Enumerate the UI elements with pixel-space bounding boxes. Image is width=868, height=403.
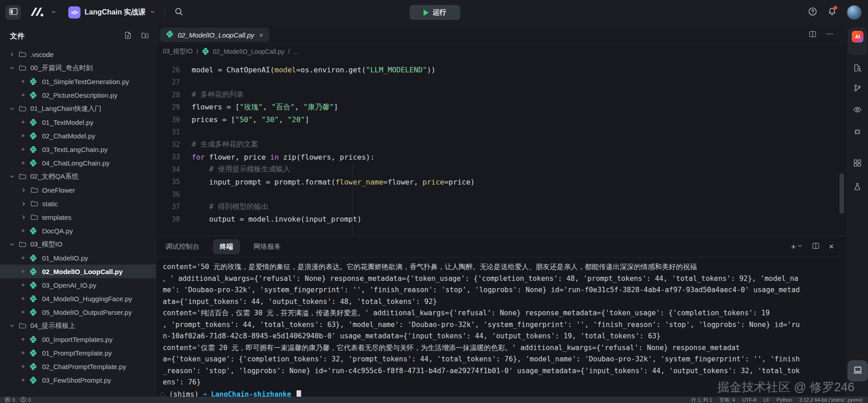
line-number: 29 (156, 103, 180, 111)
ai-assistant-button[interactable]: AI (849, 28, 867, 55)
app-logo-icon[interactable] (29, 6, 45, 19)
code-editor[interactable]: 26model = ChatOpenAI(model=os.environ.ge… (156, 58, 846, 236)
tree-file[interactable]: 02_ChatPromptTemplate.py (0, 360, 156, 373)
tree-folder[interactable]: 03_模型IO (0, 237, 156, 251)
notifications-button[interactable] (827, 7, 837, 18)
panel-tab-bar: 调试控制台 终端 网络服务 + × (156, 236, 846, 257)
tree-file[interactable]: 00_ImportTemplates.py (0, 332, 156, 346)
chevron-right-icon (21, 201, 27, 207)
python-interpreter[interactable]: 3.12.2 64-bit ('shims': pyenv) (799, 397, 863, 403)
search-icon[interactable] (174, 7, 184, 18)
tree-folder-vscode[interactable]: .vscode (0, 47, 156, 61)
tree-subfolder[interactable]: OneFlower (0, 183, 156, 197)
chevron-down-icon (9, 323, 15, 329)
preview-button[interactable] (846, 105, 868, 116)
problems-warnings[interactable]: 0 (20, 397, 31, 403)
line-number: 33 (156, 153, 180, 161)
python-file-icon (29, 363, 37, 370)
tree-subfolder[interactable]: static (0, 197, 156, 210)
chevron-right-icon (9, 52, 15, 57)
python-file-icon (29, 336, 37, 343)
line-number: 34 (156, 166, 180, 174)
more-actions-icon[interactable] (826, 30, 834, 40)
cursor-position[interactable]: 行 1, 列 1 (691, 397, 712, 403)
new-terminal-button[interactable]: + (791, 242, 803, 251)
encoding[interactable]: UTF-8 (742, 397, 756, 403)
breadcrumb-more[interactable]: ... (293, 48, 299, 55)
tree-file[interactable]: 05_ModelIO_OutputParser.py (0, 305, 156, 319)
tab-debug-console[interactable]: 调试控制台 (165, 242, 199, 251)
close-tab-icon[interactable]: × (259, 32, 263, 38)
language-mode[interactable]: Python (777, 397, 792, 403)
right-activity-bar: AI (846, 25, 868, 397)
tree-file[interactable]: 01_PromptTemplate.py (0, 346, 156, 360)
device-preview-button[interactable] (848, 360, 868, 381)
tree-folder[interactable]: 02_文档QA系统 (0, 170, 156, 183)
tree-folder[interactable]: 04_提示模板上 (0, 319, 156, 332)
tree-file[interactable]: 01_SimpleTextGeneration.py (0, 75, 156, 88)
project-switcher[interactable]: </> LangChain 实战课 (68, 6, 156, 19)
python-file-icon (29, 254, 37, 262)
terminal-output-line: a={'token_usage': {'completion_tokens': … (163, 354, 846, 365)
source-control-button[interactable] (846, 84, 868, 94)
folder-icon (19, 64, 27, 72)
split-panel-icon[interactable] (812, 242, 820, 251)
run-button[interactable]: 运行 (410, 5, 460, 20)
status-dot (22, 161, 24, 164)
new-folder-icon[interactable] (141, 31, 150, 41)
tree-subfolder[interactable]: templates (0, 210, 156, 224)
line-number: 35 (156, 178, 180, 186)
editor-tab-active[interactable]: 02_ModelIO_LoopCall.py × (160, 28, 269, 42)
tree-file[interactable]: 03_OpenAI_IO.py (0, 278, 156, 292)
breadcrumb-folder[interactable]: 03_模型IO (163, 47, 193, 56)
toggle-sidebar-button[interactable] (5, 5, 21, 20)
problems-errors[interactable]: 0 (5, 397, 15, 403)
debug-button[interactable] (846, 127, 868, 137)
tree-file[interactable]: 04_ModelIO_HuggingFace.py (0, 292, 156, 305)
code-line: input_prompt = prompt.format(flower_name… (180, 178, 475, 186)
terminal-output[interactable]: content='50 元的玫瑰，是爱情的象征，是浪漫的表达。它的花瓣娇艳欲滴，… (156, 257, 846, 397)
editor-scrollbar[interactable] (840, 173, 844, 214)
close-panel-icon[interactable]: × (829, 242, 834, 251)
bug-icon (853, 127, 862, 137)
testing-button[interactable] (846, 182, 868, 193)
tree-file[interactable]: 04_ChatLongChain.py (0, 156, 156, 170)
python-file-icon (29, 281, 37, 289)
tree-folder[interactable]: 01_LangChain快速入门 (0, 102, 156, 115)
help-icon[interactable]: ? (808, 7, 817, 18)
python-file-icon (166, 30, 174, 40)
tree-file[interactable]: 01_ModelIO.py (0, 251, 156, 265)
new-file-icon[interactable] (124, 31, 132, 41)
code-line: flowers = ["玫瑰", "百合", "康乃馨"] (180, 103, 338, 112)
code-line: # 生成多种花的文案 (180, 140, 258, 149)
status-dot (22, 148, 24, 151)
tree-file[interactable]: DocQA.py (0, 224, 156, 237)
breadcrumb-file[interactable]: 02_ModelIO_LoopCall.py (213, 48, 284, 55)
eol-sequence[interactable]: LF (764, 397, 769, 403)
python-file-icon (29, 349, 37, 357)
extensions-button[interactable] (846, 159, 868, 169)
terminal-output-line: content='50 元的玫瑰，是爱情的象征，是浪漫的表达。它的花瓣娇艳欲滴，… (163, 261, 846, 273)
tree-file[interactable]: 01_TextModel.py (0, 115, 156, 129)
tree-file[interactable]: 02_PictureDescription.py (0, 88, 156, 102)
tab-network-service[interactable]: 网络服务 (254, 242, 281, 251)
terminal-output-line: content='仅需 20 元，即可拥有一束温馨的康乃馨，它代表着无尽的爱与关… (163, 342, 846, 354)
indentation[interactable]: 空格: 4 (720, 397, 735, 403)
tree-file[interactable]: 02_ChatModel.py (0, 129, 156, 142)
tree-file-selected[interactable]: 02_ModelIO_LoopCall.py (0, 265, 156, 278)
tree-file[interactable]: 03_FewShotPrompt.py (0, 373, 156, 387)
project-icon: </> (68, 6, 80, 19)
avatar[interactable] (847, 5, 862, 20)
split-editor-icon[interactable] (809, 30, 816, 40)
file-search-button[interactable] (846, 64, 868, 74)
tree-file[interactable]: 03_TextLangChain.py (0, 142, 156, 156)
editor-tab-bar: 02_ModelIO_LoopCall.py × (156, 25, 846, 45)
app-menu-chevron[interactable] (51, 9, 57, 17)
status-dot (22, 338, 24, 341)
tab-terminal[interactable]: 终端 (213, 239, 240, 254)
chevron-right-icon (21, 187, 27, 193)
line-number: 26 (156, 66, 180, 74)
chevron-down-icon (9, 174, 15, 180)
breadcrumb[interactable]: 03_模型IO / 02_ModelIO_LoopCall.py / ... (156, 45, 846, 58)
tree-folder[interactable]: 00_开篇词_奇点时刻 (0, 61, 156, 75)
